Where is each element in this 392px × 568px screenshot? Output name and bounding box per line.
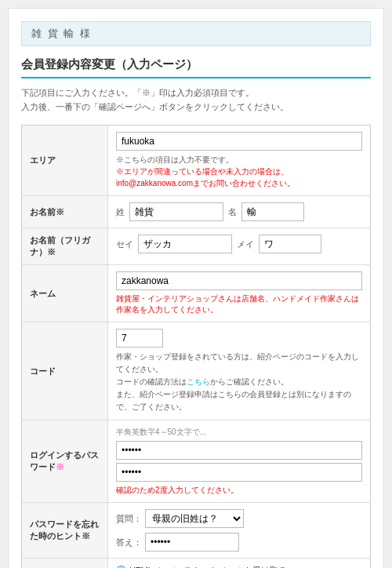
name-field-row: ネーム 雑貨屋・インテリアショップさんは店舗名、ハンドメイド作家さんは作家名を入… (22, 265, 371, 322)
area-row: エリア ※こちらの項目は入力不要です。 ※エリアが間違っている場合や未入力の場合… (22, 126, 371, 196)
furigana-mei-label: メイ (237, 238, 254, 250)
name-inputs: 姓 名 (116, 202, 362, 221)
area-note1: ※こちらの項目は入力不要です。 (116, 154, 362, 166)
name-field-label: ネーム (22, 265, 108, 322)
furigana-mei-input[interactable] (259, 235, 321, 253)
area-note: ※こちらの項目は入力不要です。 ※エリアが間違っている場合や未入力の場合は、 i… (116, 154, 362, 189)
code-label: コード (22, 322, 108, 421)
code-input[interactable] (116, 329, 163, 348)
name-field-note: 雑貨屋・インテリアショップさんは店舗名、ハンドメイド作家さんは作家名を入力してく… (116, 293, 362, 315)
area-label: エリア (22, 126, 108, 196)
password-input[interactable] (116, 441, 362, 460)
name-field-input[interactable] (116, 271, 362, 290)
name-row: お名前※ 姓 名 (22, 196, 371, 228)
area-input[interactable] (116, 132, 362, 151)
code-row: コード 作家・ショップ登録をされている方は、紹介ページのコードを入力してください… (22, 322, 371, 421)
furigana-input-cell: セイ メイ (108, 228, 371, 265)
sei-label: 姓 (116, 206, 125, 218)
code-note: 作家・ショップ登録をされている方は、紹介ページのコードを入力してください。 コー… (116, 351, 362, 413)
code-link[interactable]: こちら (187, 377, 210, 386)
password-hint: 半角英数字4～50文字で... (116, 427, 362, 438)
hint-question-select[interactable]: 母親の旧姓は？ 好きな食べ物は？ ペットの名前は？ (145, 509, 244, 528)
hint-input-cell: 質問： 母親の旧姓は？ 好きな食べ物は？ ペットの名前は？ 答え： (108, 503, 371, 559)
name-input-cell: 姓 名 (108, 196, 371, 228)
password-confirm-note: 確認のため2度入力してください。 (116, 485, 362, 496)
hint-question-row: 質問： 母親の旧姓は？ 好きな食べ物は？ ペットの名前は？ (116, 509, 362, 528)
code-input-cell: 作家・ショップ登録をされている方は、紹介ページのコードを入力してください。 コー… (108, 322, 371, 421)
password-confirm-input[interactable] (116, 463, 362, 482)
magazine-label: メールマガジン送付について※ (22, 559, 108, 568)
furigana-sei-label: セイ (116, 238, 133, 250)
form-table: エリア ※こちらの項目は入力不要です。 ※エリアが間違っている場合や未入力の場合… (21, 125, 371, 568)
mei-input[interactable] (241, 202, 304, 221)
furigana-sei-input[interactable] (138, 235, 232, 253)
furigana-inputs: セイ メイ (116, 235, 362, 253)
hint-answer-input[interactable] (145, 533, 239, 552)
page-title: 会員登録内容変更（入力ページ） (21, 57, 371, 78)
hint-row: パスワードを忘れた時のヒント※ 質問： 母親の旧姓は？ 好きな食べ物は？ ペット… (22, 503, 371, 559)
hint-label: パスワードを忘れた時のヒント※ (22, 503, 108, 559)
magazine-row: メールマガジン送付について※ HTMLメール+テキストメールを受け取る テキスト… (22, 559, 371, 568)
description-line1: 下記項目にご入力ください。「※」印は入力必須項目です。 (21, 86, 371, 100)
hint-answer-label: 答え： (116, 537, 142, 548)
password-input-cell: 半角英数字4～50文字で... 確認のため2度入力してください。 (108, 421, 371, 503)
password-label-text: ログインするパスワード※ (30, 450, 99, 472)
hint-answer-row: 答え： (116, 533, 362, 552)
hint-label-text: パスワードを忘れた時のヒント※ (30, 519, 99, 541)
sei-input[interactable] (129, 202, 223, 221)
password-label: ログインするパスワード※ (22, 421, 108, 503)
site-header: 雑 貨 輸 様 (21, 21, 371, 46)
area-note2: ※エリアが間違っている場合や未入力の場合は、 info@zakkanowa.co… (116, 166, 362, 189)
name-field-input-cell: 雑貨屋・インテリアショップさんは店舗名、ハンドメイド作家さんは作家名を入力してく… (108, 265, 371, 322)
magazine-label-html: HTMLメール+テキストメールを受け取る (129, 565, 287, 568)
magazine-input-cell: HTMLメール+テキストメールを受け取る テキストメールを受け取る 受け取らない (108, 559, 371, 568)
magazine-option-html[interactable]: HTMLメール+テキストメールを受け取る (116, 565, 362, 568)
password-row: ログインするパスワード※ 半角英数字4～50文字で... 確認のため2度入力して… (22, 421, 371, 503)
name-label: お名前※ (22, 196, 108, 228)
area-input-cell: ※こちらの項目は入力不要です。 ※エリアが間違っている場合や未入力の場合は、 i… (108, 126, 371, 196)
hint-question-label: 質問： (116, 513, 142, 525)
furigana-label: お名前（フリガナ）※ (22, 228, 108, 265)
magazine-radio-group: HTMLメール+テキストメールを受け取る テキストメールを受け取る 受け取らない (116, 565, 362, 568)
site-title: 雑 貨 輸 様 (31, 27, 92, 39)
page-container: 雑 貨 輸 様 会員登録内容変更（入力ページ） 下記項目にご入力ください。「※」… (8, 8, 384, 568)
page-description: 下記項目にご入力ください。「※」印は入力必須項目です。 入力後、一番下の「確認ペ… (21, 86, 371, 114)
furigana-row: お名前（フリガナ）※ セイ メイ (22, 228, 371, 265)
description-line2: 入力後、一番下の「確認ページへ」ボタンをクリックしてください。 (21, 100, 371, 115)
mei-label: 名 (228, 206, 237, 218)
